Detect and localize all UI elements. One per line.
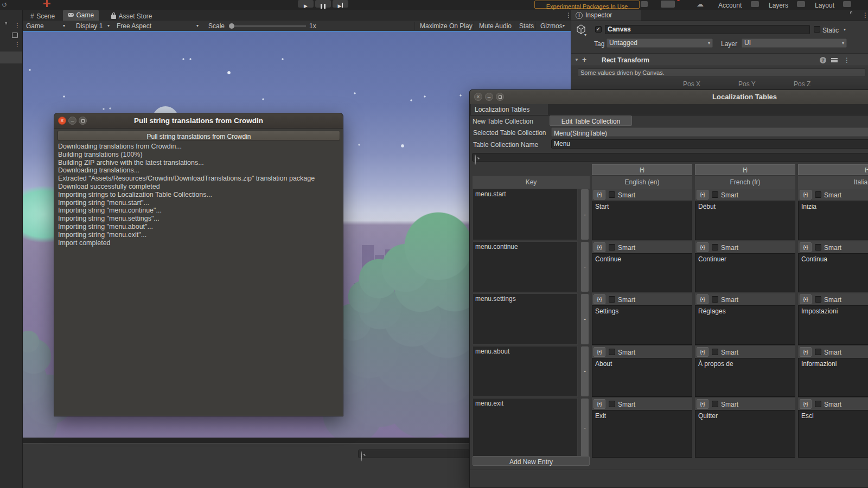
layout-chip[interactable] [843,1,851,7]
column-header-key[interactable]: Key [473,176,590,189]
table-collection-name-field[interactable]: Menu [551,139,868,149]
selected-table-collection-field[interactable]: Menu(StringTable) [551,127,868,137]
stats-button[interactable]: Stats [514,22,534,30]
key-field[interactable]: menu.start [473,189,578,240]
smart-checkbox[interactable] [712,296,718,303]
key-field[interactable]: menu.exit [473,398,578,458]
new-table-collection-button[interactable]: New Table Collection [471,116,548,126]
smart-checkbox[interactable] [815,244,821,251]
gizmos-dropdown[interactable]: Gizmos [535,22,563,30]
translation-input[interactable]: Informazioni [798,358,868,397]
static-checkbox[interactable] [814,26,820,33]
static-chevron-icon[interactable]: ▾ [844,28,846,32]
key-field[interactable]: menu.continue [473,241,578,292]
metadata-icon[interactable]: {•} [697,399,709,409]
remove-entry-button[interactable]: - [580,368,590,375]
translation-input[interactable]: Continuer [695,253,795,292]
foldout-caret-icon[interactable]: ▼ [575,58,579,62]
translation-input[interactable]: Continue [592,253,692,292]
column-settings-fr[interactable]: {•} [695,164,795,175]
translation-input[interactable]: Continua [798,253,868,292]
layer-dropdown[interactable]: UI ▾ [742,38,847,48]
toolbar-chip[interactable] [661,1,675,8]
step-button[interactable]: ▶ [333,0,348,8]
smart-checkbox[interactable] [815,401,821,407]
account-chip[interactable] [751,1,759,7]
scale-slider-knob[interactable] [229,23,234,29]
search-input[interactable] [358,450,470,458]
pause-button[interactable] [315,0,331,8]
smart-checkbox[interactable] [815,296,821,303]
translation-input[interactable]: Impostazioni [798,305,868,345]
metadata-icon[interactable]: {•} [800,294,812,304]
translation-input[interactable]: Réglages [695,305,795,345]
layout-button[interactable]: Layout [815,2,834,9]
row-scroll-strip[interactable]: - [580,241,590,292]
smart-checkbox[interactable] [609,296,615,303]
smart-checkbox[interactable] [712,191,718,198]
column-settings-it[interactable]: {•} [798,164,868,175]
presets-icon[interactable] [831,57,838,63]
kebab-icon[interactable]: ⋮ [844,57,850,63]
smart-checkbox[interactable] [712,349,718,355]
metadata-icon[interactable]: {•} [697,294,709,304]
metadata-icon[interactable]: {•} [697,347,709,357]
account-button[interactable]: Account [718,2,742,9]
translation-input[interactable]: Début [695,201,795,240]
row-scroll-strip[interactable]: - [580,189,590,240]
tab-localization-tables[interactable]: Localization Tables [471,104,548,115]
smart-checkbox[interactable] [609,401,615,407]
game-target-dropdown[interactable]: Game [26,22,44,30]
aspect-dropdown[interactable]: Free Aspect [117,22,151,30]
tag-dropdown[interactable]: Untagged ▾ [607,38,713,48]
kebab-icon[interactable]: ⋮ [14,41,21,48]
remove-entry-button[interactable]: - [580,424,590,432]
smart-checkbox[interactable] [712,401,718,407]
translation-input[interactable]: About [592,358,692,397]
smart-checkbox[interactable] [815,191,821,198]
metadata-icon[interactable]: {•} [800,242,812,252]
experimental-packages-warning[interactable]: Experimental Packages In Use [534,1,640,9]
metadata-icon[interactable]: {•} [593,399,605,409]
key-field[interactable]: menu.about [473,346,578,397]
translation-input[interactable]: Quitter [695,410,795,458]
add-new-entry-button[interactable]: Add New Entry [473,456,590,466]
tab-game[interactable]: Game [63,10,99,21]
key-field[interactable]: menu.settings [473,293,578,345]
remove-entry-button[interactable]: - [580,211,590,219]
metadata-icon[interactable]: {•} [593,242,605,252]
metadata-icon[interactable]: {•} [593,347,605,357]
layers-chip[interactable] [797,1,805,7]
help-icon[interactable]: ? [820,57,826,63]
component-header[interactable]: ▼ + Rect Transform ? ⋮ [571,53,868,66]
metadata-icon[interactable]: {•} [593,190,605,200]
tab-asset-store[interactable]: Asset Store [107,11,156,21]
kebab-icon[interactable]: ⋮ [14,22,21,29]
column-header-en[interactable]: English (en) [592,176,692,189]
translation-input[interactable]: À propos de [695,358,795,397]
smart-checkbox[interactable] [609,191,615,198]
smart-checkbox[interactable] [609,349,615,355]
mute-audio-button[interactable]: Mute Audio [474,22,512,30]
translation-input[interactable]: Start [592,201,692,240]
metadata-icon[interactable]: {•} [800,190,812,200]
layers-button[interactable]: Layers [769,2,788,9]
column-settings-en[interactable]: {•} [592,164,692,175]
metadata-icon[interactable]: {•} [800,399,812,409]
kebab-icon[interactable]: ⋮ [862,12,868,18]
smart-checkbox[interactable] [815,349,821,355]
scale-slider-track[interactable] [231,25,306,27]
smart-checkbox[interactable] [609,244,615,251]
play-button[interactable]: ▶ [298,0,314,8]
row-scroll-strip[interactable]: - [580,346,590,397]
row-scroll-strip[interactable]: - [580,398,590,458]
popout-icon[interactable] [12,33,18,38]
smart-checkbox[interactable] [712,244,718,251]
object-name-field[interactable]: Canvas [605,25,810,34]
maximize-on-play-button[interactable]: Maximize On Play [414,22,473,30]
translation-input[interactable]: Exit [592,410,692,458]
warning-dismiss-chip[interactable] [641,1,648,7]
translation-input[interactable]: Inizia [798,201,868,240]
undo-icon[interactable]: ↺ [2,1,7,9]
translation-input[interactable]: Settings [592,305,692,345]
